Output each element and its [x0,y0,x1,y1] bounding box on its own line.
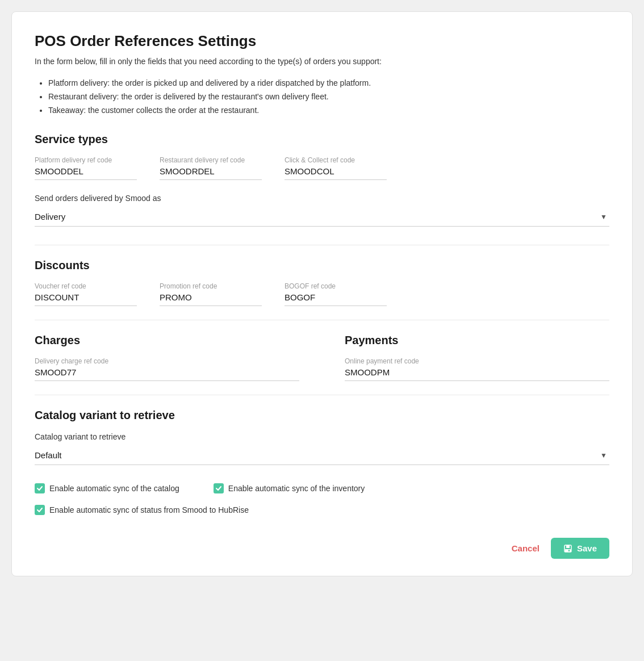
checkbox-inventory-sync-label: Enable automatic sync of the inventory [228,484,365,493]
checkbox-row-3: Enable automatic sync of status from Smo… [35,505,609,515]
divider-3 [35,395,609,395]
voucher-ref-value: DISCOUNT [35,292,137,306]
divider-1 [35,245,609,245]
restaurant-delivery-label: Restaurant delivery ref code [160,156,262,164]
save-button-label: Save [577,543,597,553]
restaurant-delivery-field: Restaurant delivery ref code SMOODRDEL [160,156,262,180]
click-collect-value: SMOODCOL [285,166,387,180]
bullet-item-1: Platform delivery: the order is picked u… [48,77,609,90]
svg-rect-2 [565,549,571,552]
checkbox-catalog-sync[interactable] [35,483,45,493]
page-title: POS Order References Settings [35,32,609,50]
service-types-title: Service types [35,133,609,146]
click-collect-label: Click & Collect ref code [285,156,387,164]
online-payment-value: SMOODPM [345,367,609,381]
catalog-variant-select-wrapper: Default Custom ▼ [35,446,609,465]
bullet-item-2: Restaurant delivery: the order is delive… [48,90,609,104]
delivery-charge-label: Delivery charge ref code [35,357,299,365]
delivery-charge-value: SMOOD77 [35,367,299,381]
save-button[interactable]: Save [551,538,609,559]
charges-title: Charges [35,334,299,347]
service-types-fields: Platform delivery ref code SMOODDEL Rest… [35,156,609,180]
send-orders-select[interactable]: Delivery Takeaway Restaurant delivery [35,207,609,227]
platform-delivery-value: SMOODDEL [35,166,137,180]
discounts-fields: Voucher ref code DISCOUNT Promotion ref … [35,282,609,306]
svg-rect-3 [568,550,570,551]
checkboxes-group: Enable automatic sync of the catalog Ena… [35,483,609,521]
online-payment-field: Online payment ref code SMOODPM [345,357,609,381]
checkbox-inventory-sync[interactable] [214,483,224,493]
save-icon [563,544,572,553]
payments-col: Payments Online payment ref code SMOODPM [345,334,609,381]
checkbox-row-2: Enable automatic sync of the inventory [214,483,365,493]
discounts-title: Discounts [35,259,609,272]
bogof-ref-label: BOGOF ref code [285,282,387,290]
checkbox-status-sync[interactable] [35,505,45,515]
send-orders-label: Send orders delivered by Smood as [35,194,609,203]
send-orders-select-wrapper: Delivery Takeaway Restaurant delivery ▼ [35,207,609,227]
platform-delivery-label: Platform delivery ref code [35,156,137,164]
bogof-ref-value: BOGOF [285,292,387,306]
checkbox-status-sync-label: Enable automatic sync of status from Smo… [49,505,249,514]
promotion-ref-label: Promotion ref code [160,282,262,290]
bogof-ref-field: BOGOF ref code BOGOF [285,282,387,306]
svg-rect-1 [566,545,570,548]
catalog-variant-select[interactable]: Default Custom [35,446,609,465]
checkbox-row-1: Enable automatic sync of the catalog [35,483,179,493]
cancel-button[interactable]: Cancel [512,543,540,553]
divider-2 [35,320,609,320]
restaurant-delivery-value: SMOODRDEL [160,166,262,180]
footer-actions: Cancel Save [35,538,609,559]
voucher-ref-field: Voucher ref code DISCOUNT [35,282,137,306]
promotion-ref-field: Promotion ref code PROMO [160,282,262,306]
platform-delivery-field: Platform delivery ref code SMOODDEL [35,156,137,180]
online-payment-label: Online payment ref code [345,357,609,365]
voucher-ref-label: Voucher ref code [35,282,137,290]
page-description: In the form below, fill in only the fiel… [35,56,609,68]
catalog-variant-label: Catalog variant to retrieve [35,432,609,441]
bullet-list: Platform delivery: the order is picked u… [48,77,609,117]
settings-card: POS Order References Settings In the for… [11,11,633,576]
checkbox-catalog-sync-label: Enable automatic sync of the catalog [49,484,179,493]
catalog-variant-title: Catalog variant to retrieve [35,409,609,422]
delivery-charge-field: Delivery charge ref code SMOOD77 [35,357,299,381]
charges-payments-row: Charges Delivery charge ref code SMOOD77… [35,334,609,381]
bullet-item-3: Takeaway: the customer collects the orde… [48,104,609,118]
payments-title: Payments [345,334,609,347]
click-collect-field: Click & Collect ref code SMOODCOL [285,156,387,180]
charges-col: Charges Delivery charge ref code SMOOD77 [35,334,299,381]
promotion-ref-value: PROMO [160,292,262,306]
